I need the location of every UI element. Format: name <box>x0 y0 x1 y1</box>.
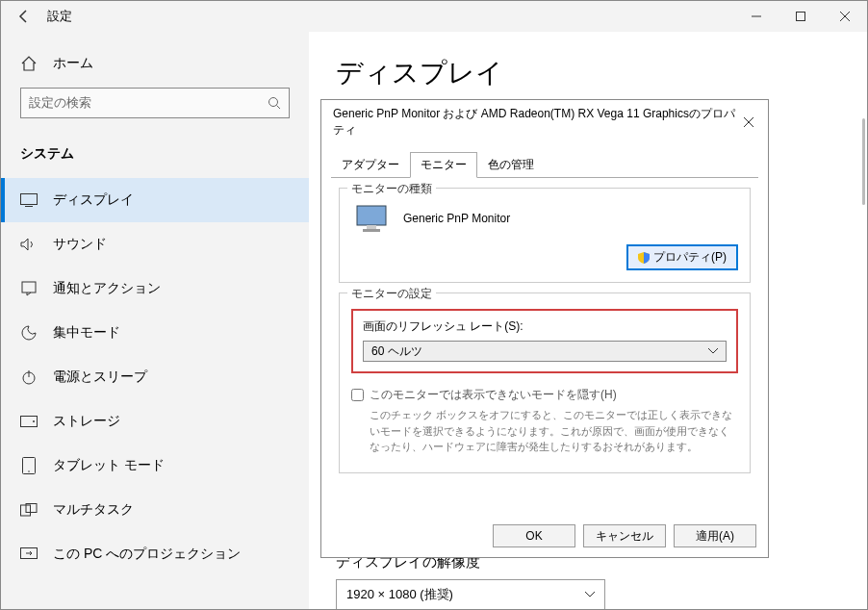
sidebar-item-sound[interactable]: サウンド <box>1 222 309 267</box>
close-button[interactable] <box>823 1 867 32</box>
search-input[interactable]: 設定の検索 <box>20 88 290 118</box>
sidebar-item-focus[interactable]: 集中モード <box>1 311 309 355</box>
tablet-icon <box>20 457 38 474</box>
shield-icon <box>638 252 650 264</box>
svg-rect-17 <box>367 225 376 229</box>
group-legend: モニターの種類 <box>347 181 436 197</box>
sidebar-item-notifications[interactable]: 通知とアクション <box>1 267 309 311</box>
sidebar-item-storage[interactable]: ストレージ <box>1 399 309 444</box>
power-icon <box>20 369 38 386</box>
home-nav[interactable]: ホーム <box>1 47 309 88</box>
resolution-select[interactable]: 1920 × 1080 (推奨) <box>336 579 605 609</box>
dialog-close-button[interactable] <box>740 113 758 132</box>
home-label: ホーム <box>53 55 93 72</box>
refresh-rate-label: 画面のリフレッシュ レート(S): <box>363 318 727 335</box>
sidebar-item-label: この PC へのプロジェクション <box>53 546 241 563</box>
focus-icon <box>20 324 38 342</box>
multitask-icon <box>20 501 38 519</box>
sidebar-item-label: マルチタスク <box>53 501 134 519</box>
chevron-down-icon <box>708 348 718 354</box>
hide-modes-checkbox[interactable] <box>351 389 364 401</box>
hide-modes-description: このチェック ボックスをオフにすると、このモニターでは正しく表示できないモードを… <box>370 407 738 455</box>
cancel-button[interactable]: キャンセル <box>583 524 666 547</box>
group-legend: モニターの設定 <box>347 286 436 302</box>
tab-adapter[interactable]: アダプター <box>331 152 410 178</box>
sidebar-item-projection[interactable]: この PC へのプロジェクション <box>1 532 309 576</box>
svg-rect-18 <box>363 229 380 232</box>
sidebar-item-label: サウンド <box>53 236 107 253</box>
svg-point-2 <box>269 98 278 107</box>
sidebar-item-tablet[interactable]: タブレット モード <box>1 444 309 488</box>
hide-modes-label: このモニターでは表示できないモードを隠す(H) <box>370 387 738 403</box>
svg-point-10 <box>33 420 35 422</box>
sidebar-item-label: ディスプレイ <box>53 191 134 209</box>
refresh-rate-highlight: 画面のリフレッシュ レート(S): 60 ヘルツ <box>351 309 738 373</box>
svg-rect-16 <box>357 206 386 225</box>
dialog-title: Generic PnP Monitor および AMD Radeon(TM) R… <box>333 106 740 139</box>
minimize-button[interactable] <box>734 1 779 32</box>
refresh-rate-value: 60 ヘルツ <box>371 343 422 360</box>
sidebar: ホーム 設定の検索 システム ディスプレイ サウンド 通知とアクション <box>1 32 309 609</box>
sidebar-item-display[interactable]: ディスプレイ <box>1 178 309 222</box>
search-icon <box>268 96 281 110</box>
back-button[interactable] <box>13 5 36 28</box>
notification-icon <box>20 280 38 297</box>
svg-rect-6 <box>22 282 36 292</box>
sidebar-item-label: タブレット モード <box>53 457 165 474</box>
storage-icon <box>20 413 38 430</box>
monitor-icon <box>355 204 390 233</box>
svg-line-3 <box>277 106 281 110</box>
monitor-type-group: モニターの種類 Generic PnP Monitor プロパティ(P) <box>339 188 751 283</box>
sidebar-item-label: ストレージ <box>53 413 120 430</box>
display-icon <box>20 191 38 209</box>
monitor-name: Generic PnP Monitor <box>403 212 510 225</box>
projection-icon <box>20 546 38 563</box>
resolution-value: 1920 × 1080 (推奨) <box>346 586 453 603</box>
refresh-rate-select[interactable]: 60 ヘルツ <box>363 341 727 362</box>
properties-button[interactable]: プロパティ(P) <box>626 244 738 270</box>
svg-rect-4 <box>21 194 38 205</box>
ok-button[interactable]: OK <box>493 524 575 547</box>
titlebar: 設定 <box>1 1 867 32</box>
sidebar-item-multitask[interactable]: マルチタスク <box>1 488 309 532</box>
sidebar-item-label: 集中モード <box>53 324 120 342</box>
chevron-down-icon <box>585 592 595 597</box>
apply-button[interactable]: 適用(A) <box>674 524 756 547</box>
maximize-button[interactable] <box>779 1 823 32</box>
category-label: システム <box>1 138 309 178</box>
sidebar-item-label: 通知とアクション <box>53 280 161 297</box>
properties-button-label: プロパティ(P) <box>653 249 727 266</box>
svg-rect-1 <box>797 13 805 21</box>
window-title: 設定 <box>47 8 734 25</box>
sidebar-item-power[interactable]: 電源とスリープ <box>1 355 309 399</box>
tab-color[interactable]: 色の管理 <box>477 152 545 178</box>
tab-monitor[interactable]: モニター <box>410 152 477 178</box>
sidebar-item-label: 電源とスリープ <box>53 369 147 386</box>
monitor-settings-group: モニターの設定 画面のリフレッシュ レート(S): 60 ヘルツ このモニターで… <box>339 292 751 473</box>
page-title: ディスプレイ <box>336 55 840 91</box>
sound-icon <box>20 236 38 253</box>
scrollbar[interactable] <box>862 118 865 205</box>
svg-point-12 <box>28 470 30 472</box>
search-placeholder: 設定の検索 <box>29 94 91 112</box>
monitor-properties-dialog: Generic PnP Monitor および AMD Radeon(TM) R… <box>320 99 769 558</box>
home-icon <box>20 55 38 72</box>
